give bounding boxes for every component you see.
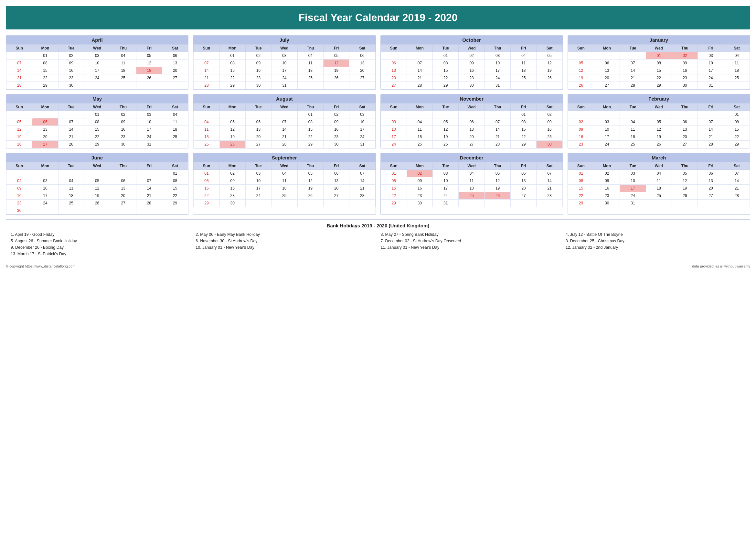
month-name: October: [381, 36, 563, 44]
cal-day: 09: [58, 60, 84, 67]
cal-day: 06: [511, 170, 536, 177]
cal-day: 19: [220, 133, 245, 141]
cal-day: 23: [536, 133, 562, 141]
cal-day: 06: [162, 52, 188, 60]
cal-day: 26: [297, 192, 323, 200]
cal-day: 06: [594, 60, 620, 67]
cal-day: 22: [381, 192, 407, 200]
cal-day: 21: [724, 185, 749, 192]
cal-day: 16: [323, 126, 349, 133]
cal-day: 17: [272, 67, 298, 74]
cal-day: 05: [136, 52, 162, 60]
cal-day: 24: [698, 74, 724, 82]
day-header: Thu: [672, 44, 698, 52]
cal-day: 15: [220, 67, 245, 74]
cal-day: 05: [433, 118, 459, 126]
day-header: Tue: [620, 103, 646, 111]
cal-day: [698, 200, 724, 207]
cal-day: 14: [7, 67, 32, 74]
cal-table: SunMonTueWedThuFriSat0102030405060708091…: [568, 162, 750, 207]
cal-day: 09: [407, 177, 432, 185]
cal-day: [323, 200, 349, 207]
cal-day: 26: [646, 141, 672, 148]
day-header: Tue: [58, 103, 84, 111]
cal-day: [672, 111, 698, 118]
cal-day: 29: [381, 200, 407, 207]
cal-day: 10: [272, 60, 298, 67]
cal-day: 13: [698, 177, 724, 185]
day-header: Mon: [594, 103, 620, 111]
day-header: Mon: [220, 44, 245, 52]
day-header: Sat: [162, 44, 188, 52]
cal-day: 02: [568, 118, 594, 126]
cal-day: 11: [511, 60, 536, 67]
cal-day: 10: [32, 185, 58, 192]
cal-day: 11: [297, 60, 323, 67]
cal-day: 20: [162, 67, 188, 74]
day-header: Sat: [724, 44, 749, 52]
cal-day: [162, 207, 188, 214]
cal-day: 31: [620, 200, 646, 207]
cal-day: 05: [484, 170, 510, 177]
cal-day: 16: [7, 192, 32, 200]
month-name: February: [568, 95, 750, 103]
cal-day: 18: [620, 133, 646, 141]
cal-day: 27: [698, 192, 724, 200]
cal-day: [484, 200, 510, 207]
cal-day: 20: [459, 133, 485, 141]
day-header: Mon: [32, 44, 58, 52]
cal-day: 31: [136, 141, 162, 148]
cal-day: 29: [84, 141, 110, 148]
cal-day: [381, 111, 407, 118]
cal-day: 05: [7, 118, 32, 126]
day-header: Sat: [724, 162, 749, 170]
day-header: Wed: [459, 44, 485, 52]
cal-day: 08: [162, 177, 188, 185]
cal-day: 18: [58, 192, 84, 200]
cal-day: 13: [162, 60, 188, 67]
cal-day: 28: [536, 192, 562, 200]
day-header: Mon: [594, 162, 620, 170]
cal-day: 26: [672, 192, 698, 200]
cal-day: 30: [407, 200, 432, 207]
cal-day: 02: [110, 111, 136, 118]
cal-day: 08: [646, 60, 672, 67]
cal-day: 07: [194, 60, 220, 67]
cal-day: 03: [620, 170, 646, 177]
cal-day: 08: [220, 60, 245, 67]
day-header: Sat: [349, 103, 375, 111]
day-header: Tue: [433, 44, 459, 52]
cal-day: 29: [220, 82, 245, 89]
cal-day: 24: [84, 74, 110, 82]
cal-day: 02: [459, 52, 485, 60]
cal-day: 18: [110, 67, 136, 74]
cal-day: 12: [297, 177, 323, 185]
day-header: Fri: [511, 103, 536, 111]
cal-table: SunMonTueWedThuFriSat0102030405060708091…: [568, 103, 750, 148]
cal-day: 15: [511, 126, 536, 133]
bank-holiday-item: 2. May 06 - Early May Bank Holiday: [196, 232, 375, 238]
day-header: Thu: [672, 103, 698, 111]
day-header: Mon: [220, 162, 245, 170]
cal-day: 21: [620, 74, 646, 82]
month-name: September: [193, 153, 375, 162]
day-header: Sat: [349, 162, 375, 170]
cal-day: [646, 200, 672, 207]
cal-day: 07: [484, 118, 510, 126]
cal-day: [594, 52, 620, 60]
cal-day: [323, 82, 349, 89]
day-header: Mon: [594, 44, 620, 52]
cal-day: [349, 82, 375, 89]
cal-day: 14: [698, 126, 724, 133]
cal-day: 08: [511, 118, 536, 126]
cal-day: 19: [646, 133, 672, 141]
month-september: SeptemberSunMonTueWedThuFriSat0102030405…: [193, 153, 376, 215]
cal-table: SunMonTueWedThuFriSat0102030405060708091…: [381, 162, 563, 207]
cal-day: 07: [272, 118, 298, 126]
cal-day: [84, 170, 110, 177]
cal-day: [32, 207, 58, 214]
cal-day: [272, 200, 298, 207]
cal-day: 16: [58, 67, 84, 74]
cal-day: 22: [162, 192, 188, 200]
cal-day: [536, 200, 562, 207]
